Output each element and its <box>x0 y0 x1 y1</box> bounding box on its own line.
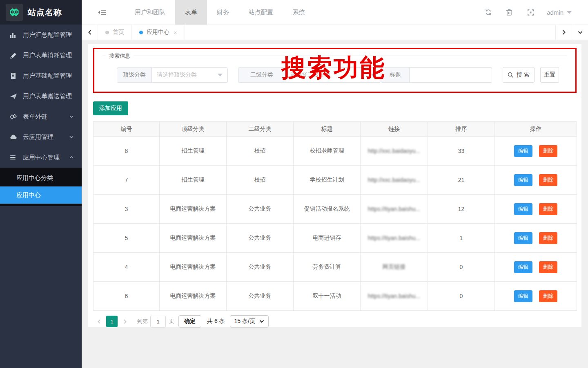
cell-second-category: 公共业务 <box>227 195 294 224</box>
edit-button[interactable]: 编辑 <box>514 232 532 244</box>
tab-dot <box>139 31 143 34</box>
tab-app-center[interactable]: 应用中心 × <box>132 25 185 40</box>
cell-actions: 编辑 删除 <box>495 137 577 166</box>
delete-button[interactable]: 删除 <box>539 203 557 215</box>
second-category-select[interactable]: 请选择二级分类 <box>285 68 381 82</box>
chevron-down-icon <box>69 114 74 119</box>
tab-dot <box>105 31 109 34</box>
delete-button[interactable]: 删除 <box>539 174 557 186</box>
cell-sort: 0 <box>428 282 495 311</box>
building-icon <box>10 72 18 79</box>
fullscreen-icon[interactable] <box>527 9 535 16</box>
title-search-group: 标题 <box>381 67 492 83</box>
edit-button[interactable]: 编辑 <box>514 290 532 302</box>
top-category-select[interactable]: 请选择顶级分类 <box>152 68 227 82</box>
search-button-label: 搜 索 <box>517 71 530 79</box>
tabs-scroll-right-icon[interactable] <box>555 25 572 40</box>
user-menu[interactable]: admin <box>547 9 572 16</box>
cell-link: https://tiyan.baishu... <box>361 282 428 311</box>
sidebar-item-app-center-mgmt[interactable]: 应用中心管理 <box>0 147 82 168</box>
link-icon <box>10 113 18 120</box>
cell-top-category: 电商运营解决方案 <box>160 253 227 282</box>
topnav-finance[interactable]: 财务 <box>207 0 239 25</box>
cell-id: 5 <box>94 224 160 253</box>
bar-chart-icon <box>10 31 18 38</box>
cell-id: 8 <box>94 137 160 166</box>
cell-id: 6 <box>94 282 160 311</box>
top-category-label: 顶级分类 <box>117 68 152 82</box>
edit-button[interactable]: 编辑 <box>514 261 532 273</box>
page-unit-label: 页 <box>169 318 174 325</box>
prev-page-icon[interactable] <box>93 319 105 324</box>
pen-icon <box>10 52 18 59</box>
page-number-current[interactable]: 1 <box>106 316 118 327</box>
page-size-select[interactable]: 15 条/页 <box>230 315 269 328</box>
goto-page-label: 到第 <box>137 318 148 325</box>
sidebar-subitem-app-center-category[interactable]: 应用中心分类 <box>0 169 82 186</box>
delete-button[interactable]: 删除 <box>539 145 557 157</box>
delete-button[interactable]: 删除 <box>539 261 557 273</box>
cell-second-category: 校招 <box>227 137 294 166</box>
title-search-label: 标题 <box>381 68 410 82</box>
delete-button[interactable]: 删除 <box>539 232 557 244</box>
cell-link: http://xxc.baidaoyu... <box>361 137 428 166</box>
table-row: 8 招生管理 校招 校招老师管理 http://xxc.baidaoyu... … <box>94 137 577 166</box>
sidebar-item-user-summary-config[interactable]: 用户汇总配置管理 <box>0 25 82 45</box>
table-row: 4 电商运营解决方案 公共业务 劳务费计算 网页链接 0 编辑 删除 <box>94 253 577 282</box>
tabbar-spacer <box>185 25 555 40</box>
search-section: 搜索信息 顶级分类 请选择顶级分类 二级分类 请选择二级分类 <box>93 48 577 93</box>
confirm-page-button[interactable]: 确定 <box>178 315 201 328</box>
site-title: 站点名称 <box>28 7 62 18</box>
sidebar-item-label: 云应用管理 <box>23 133 69 141</box>
trash-icon[interactable] <box>506 9 513 16</box>
collapse-sidebar-icon[interactable] <box>82 9 114 16</box>
sidebar-item-label: 用户基础配置管理 <box>23 72 74 80</box>
col-sort: 排序 <box>428 122 495 137</box>
topnav-system[interactable]: 系统 <box>283 0 315 25</box>
sidebar-item-form-gift[interactable]: 用户表单赠送管理 <box>0 86 82 106</box>
cell-top-category: 招生管理 <box>160 137 227 166</box>
search-button[interactable]: 搜 索 <box>503 67 535 83</box>
cell-link: https://tiyan.baishu... <box>361 224 428 253</box>
title-search-input[interactable] <box>410 68 492 82</box>
sidebar-item-form-consume[interactable]: 用户表单消耗管理 <box>0 45 82 65</box>
goto-page-input[interactable] <box>150 316 166 328</box>
tab-label: 首页 <box>113 29 124 36</box>
tabs-scroll-left-icon[interactable] <box>82 25 98 40</box>
sidebar-subitem-app-center[interactable]: 应用中心 <box>0 186 82 204</box>
refresh-icon[interactable] <box>485 9 492 16</box>
table-row: 3 电商运营解决方案 公共业务 促销活动报名系统 https://tiyan.b… <box>94 195 577 224</box>
delete-button[interactable]: 删除 <box>539 290 557 302</box>
cell-actions: 编辑 删除 <box>495 195 577 224</box>
topnav-site-config[interactable]: 站点配置 <box>239 0 283 25</box>
tab-home[interactable]: 首页 <box>98 25 132 40</box>
cell-title: 双十一活动 <box>294 282 361 311</box>
sidebar-item-label: 应用中心管理 <box>23 154 69 162</box>
topnav-users-teams[interactable]: 用户和团队 <box>125 0 175 25</box>
edit-button[interactable]: 编辑 <box>514 203 532 215</box>
table-row: 5 电商运营解决方案 公共业务 电商进销存 https://tiyan.bais… <box>94 224 577 253</box>
submenu-item-label: 应用中心 <box>16 191 41 199</box>
chevron-down-icon <box>218 74 223 76</box>
page-size-value: 15 条/页 <box>234 318 255 325</box>
tabs-menu-chevron-down-icon[interactable] <box>572 25 588 40</box>
sidebar-item-user-base-config[interactable]: 用户基础配置管理 <box>0 65 82 86</box>
top-category-group: 顶级分类 请选择顶级分类 <box>117 67 228 83</box>
cell-title: 校招老师管理 <box>294 137 361 166</box>
pagination: 1 到第 页 确定 共 6 条 15 条/页 <box>93 315 577 328</box>
edit-button[interactable]: 编辑 <box>514 174 532 186</box>
sidebar-item-form-external-link[interactable]: 表单外链 <box>0 106 82 127</box>
cell-title: 促销活动报名系统 <box>294 195 361 224</box>
cell-link: 网页链接 <box>361 253 428 282</box>
col-second-category: 二级分类 <box>227 122 294 137</box>
close-icon[interactable]: × <box>174 29 177 36</box>
edit-button[interactable]: 编辑 <box>514 145 532 157</box>
add-app-button[interactable]: 添加应用 <box>93 101 128 115</box>
cell-id: 3 <box>94 195 160 224</box>
cell-top-category: 电商运营解决方案 <box>160 195 227 224</box>
topnav-forms[interactable]: 表单 <box>175 0 207 25</box>
reset-button[interactable]: 重置 <box>540 67 559 83</box>
next-page-icon[interactable] <box>119 319 131 324</box>
sidebar-item-cloud-app[interactable]: 云应用管理 <box>0 127 82 147</box>
col-id: 编号 <box>94 122 160 137</box>
